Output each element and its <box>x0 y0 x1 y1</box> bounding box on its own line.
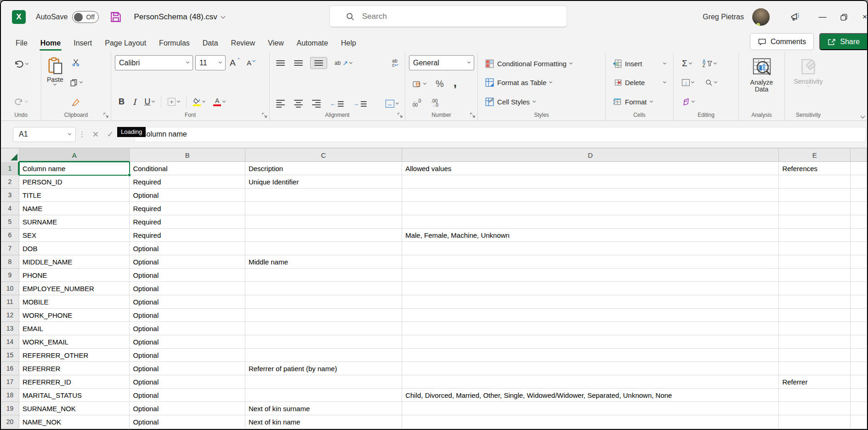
insert-cells-button[interactable]: Insert <box>611 56 668 71</box>
cell-C18[interactable] <box>245 389 402 402</box>
cell-E16[interactable] <box>779 362 851 375</box>
decrease-decimal-button[interactable]: ←.000 <box>411 97 423 109</box>
cell-F10[interactable] <box>851 282 867 295</box>
user-name[interactable]: Greg Pietras <box>703 13 744 21</box>
font-size-select[interactable]: 11 <box>195 55 226 70</box>
tab-home[interactable]: Home <box>34 35 67 52</box>
search-input[interactable] <box>361 11 536 22</box>
cell-E3[interactable] <box>779 189 851 202</box>
delete-cells-button[interactable]: Delete <box>611 75 668 91</box>
font-dialog-launcher-icon[interactable] <box>261 112 268 119</box>
tab-file[interactable]: File <box>9 35 34 52</box>
cell-A7[interactable]: DOB <box>19 242 130 255</box>
cell-A10[interactable]: EMPLOYEE_NUMBER <box>19 282 130 295</box>
tab-help[interactable]: Help <box>335 35 363 52</box>
row-header-7[interactable]: 7 <box>1 242 19 255</box>
name-box[interactable]: A1 <box>13 127 76 142</box>
cell-F3[interactable] <box>851 189 867 202</box>
collapse-ribbon-chevron-icon[interactable] <box>861 114 865 119</box>
align-right-button[interactable] <box>310 98 323 109</box>
wrap-text-button[interactable]: abc↩ <box>391 57 400 69</box>
row-header-8[interactable]: 8 <box>1 255 19 269</box>
sensitivity-button[interactable]: Sensitivity <box>790 54 826 111</box>
paste-button[interactable]: Paste <box>43 54 67 111</box>
cell-E17[interactable]: Referrer <box>779 375 851 389</box>
cell-D4[interactable] <box>402 202 779 215</box>
cell-A16[interactable]: REFERRER <box>19 362 130 375</box>
number-format-select[interactable]: General <box>409 55 474 70</box>
cell-F14[interactable] <box>851 335 867 349</box>
cell-E10[interactable] <box>779 282 851 295</box>
cell-A11[interactable]: MOBILE <box>19 295 130 309</box>
cell-C3[interactable] <box>245 189 402 202</box>
align-center-button[interactable] <box>292 98 305 109</box>
cell-F8[interactable] <box>851 255 867 269</box>
row-header-20[interactable]: 20 <box>1 415 19 429</box>
sort-filter-button[interactable]: AZ <box>701 58 719 69</box>
cell-C15[interactable] <box>245 349 402 362</box>
column-header-A[interactable]: A <box>19 149 130 162</box>
row-header-13[interactable]: 13 <box>1 322 19 335</box>
cell-A3[interactable]: TITLE <box>19 189 130 202</box>
cell-E12[interactable] <box>779 309 851 322</box>
font-color-button[interactable]: A <box>211 97 227 108</box>
cell-B14[interactable]: Optional <box>130 335 245 349</box>
cell-D9[interactable] <box>402 269 779 282</box>
cell-C20[interactable]: Next of kin name <box>245 415 402 429</box>
cell-E20[interactable] <box>779 415 851 429</box>
cell-B11[interactable]: Optional <box>130 295 245 309</box>
select-all-button[interactable] <box>1 149 19 162</box>
cell-F17[interactable] <box>851 375 867 389</box>
row-header-14[interactable]: 14 <box>1 335 19 349</box>
cell-D18[interactable]: Child, Divorced, Married, Other, Single,… <box>402 389 779 402</box>
cell-F13[interactable] <box>851 322 867 335</box>
cell-D10[interactable] <box>402 282 779 295</box>
cell-B17[interactable]: Optional <box>130 375 245 389</box>
format-cells-button[interactable]: Format <box>611 94 668 109</box>
cell-D14[interactable] <box>402 335 779 349</box>
close-button[interactable]: × <box>854 6 868 28</box>
cell-E13[interactable] <box>779 322 851 335</box>
chevron-down-icon[interactable] <box>691 80 694 83</box>
chevron-down-icon[interactable] <box>152 99 155 103</box>
fill-handle[interactable] <box>128 173 131 177</box>
clipboard-dialog-launcher-icon[interactable] <box>103 112 109 119</box>
cell-A20[interactable]: NAME_NOK <box>19 415 130 429</box>
borders-button[interactable]: + <box>166 97 182 107</box>
cell-C12[interactable] <box>245 309 402 322</box>
redo-button[interactable] <box>6 96 36 107</box>
cell-A14[interactable]: WORK_EMAIL <box>19 335 130 349</box>
cell-D7[interactable] <box>402 242 779 255</box>
cell-E15[interactable] <box>779 349 851 362</box>
cell-C13[interactable] <box>245 322 402 335</box>
bold-button[interactable]: B <box>117 96 126 108</box>
cell-C5[interactable] <box>245 215 402 229</box>
comma-style-button[interactable]: , <box>452 82 459 86</box>
align-bottom-button[interactable] <box>310 57 327 69</box>
cell-E14[interactable] <box>779 335 851 349</box>
cell-F9[interactable] <box>851 269 867 282</box>
search-box[interactable] <box>329 6 567 27</box>
cell-B20[interactable]: Optional <box>130 415 245 429</box>
cell-C9[interactable] <box>245 269 402 282</box>
cell-A18[interactable]: MARITAL_STATUS <box>19 389 130 402</box>
cell-B12[interactable]: Optional <box>130 309 245 322</box>
format-as-table-button[interactable]: Format as Table <box>483 75 600 91</box>
chevron-down-icon[interactable] <box>222 99 226 103</box>
conditional-formatting-button[interactable]: Conditional Formatting <box>483 56 600 71</box>
alignment-dialog-launcher-icon[interactable] <box>397 112 403 119</box>
cell-A1[interactable]: Column name <box>19 162 130 175</box>
cell-B10[interactable]: Optional <box>130 282 245 295</box>
tab-automate[interactable]: Automate <box>290 35 334 52</box>
underline-button[interactable]: U <box>142 96 156 108</box>
cell-F6[interactable] <box>851 229 867 242</box>
chevron-down-icon[interactable] <box>714 80 717 83</box>
cell-B2[interactable]: Required <box>130 175 245 189</box>
decrease-indent-button[interactable]: ← <box>328 99 346 109</box>
tab-formulas[interactable]: Formulas <box>153 35 196 52</box>
cell-A4[interactable]: NAME <box>19 202 130 215</box>
cell-C16[interactable]: Referrer of patient (by name) <box>245 362 402 375</box>
cell-A2[interactable]: PERSON_ID <box>19 175 130 189</box>
tab-review[interactable]: Review <box>225 35 261 52</box>
cell-D6[interactable]: Male, Female, Machine, Unknown <box>402 229 779 242</box>
